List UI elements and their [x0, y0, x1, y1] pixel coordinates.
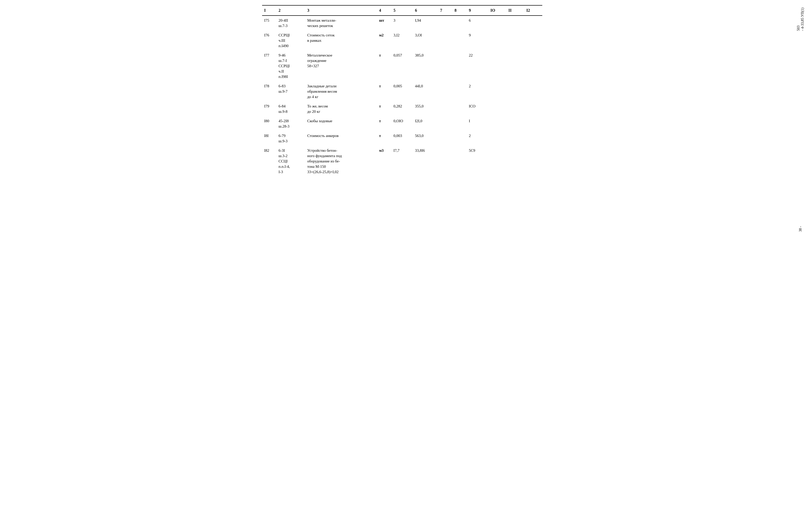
row-2-col-0: I77 [262, 51, 277, 82]
row-5-col-9 [488, 116, 506, 131]
row-2-col-9 [488, 51, 506, 82]
row-4-col-8: ICO [467, 101, 489, 116]
row-2-col-6 [438, 51, 452, 82]
header-col5: 5 [392, 5, 413, 16]
row-0-col-5: I,94 [413, 16, 438, 31]
table-row: I826-3I ш.3-2 ССЦI п.п.I-4, I-3Устройств… [262, 146, 542, 177]
row-5-col-11 [524, 116, 542, 131]
row-5-col-5: I2I,0 [413, 116, 438, 131]
row-0-col-2: Монтаж металли- ческих решеток [305, 16, 377, 31]
row-6-col-2: Стоимость анкеров [305, 131, 377, 146]
row-1-col-8: 9 [467, 31, 489, 51]
row-6-col-3: т [377, 131, 391, 146]
header-col6: 6 [413, 5, 438, 16]
row-2-col-11 [524, 51, 542, 82]
row-2-col-1: 9-46 ш.7-I ССРЦI ч.II п.I98I [277, 51, 305, 82]
row-1-col-3: м2 [377, 31, 391, 51]
row-3-col-9 [488, 82, 506, 101]
row-0-col-9 [488, 16, 506, 31]
row-2-col-4: 0,057 [392, 51, 413, 82]
row-3-col-6 [438, 82, 452, 101]
table-row: I76ССРЦI ч.III п.I490Стоимость сеток в р… [262, 31, 542, 51]
row-4-col-5: 355,0 [413, 101, 438, 116]
row-7-col-7 [452, 146, 467, 177]
row-4-col-1: 6-84 ш.9-8 [277, 101, 305, 116]
row-1-col-4: 3,I2 [392, 31, 413, 51]
row-7-col-2: Устройство бетон- ного фундамента под об… [305, 146, 377, 177]
row-6-col-7 [452, 131, 467, 146]
row-1-col-11 [524, 31, 542, 51]
row-6-col-0: I8I [262, 131, 277, 146]
main-table: I 2 3 4 5 6 7 8 9 IO II I2 I7520-4II ш.7… [262, 5, 542, 177]
row-2-col-10 [506, 51, 524, 82]
row-2-col-8: 22 [467, 51, 489, 82]
row-3-col-0: I78 [262, 82, 277, 101]
row-5-col-1: 45-2I8 ш.28-3 [277, 116, 305, 131]
table-row: I7520-4II ш.7-3Монтаж металли- ческих ре… [262, 16, 542, 31]
row-1-col-5: 3,OI [413, 31, 438, 51]
row-6-col-9 [488, 131, 506, 146]
table-header: I 2 3 4 5 6 7 8 9 IO II I2 [262, 5, 542, 16]
header-col8: 8 [452, 5, 467, 16]
row-7-col-9 [488, 146, 506, 177]
row-5-col-4: 0,OIO [392, 116, 413, 131]
row-7-col-0: I82 [262, 146, 277, 177]
row-4-col-9 [488, 101, 506, 116]
row-1-col-9 [488, 31, 506, 51]
row-4-col-7 [452, 101, 467, 116]
row-0-col-0: I75 [262, 16, 277, 31]
table-row: I8045-2I8 ш.28-3Скобы ходовыет0,OIOI2I,0… [262, 116, 542, 131]
row-4-col-6 [438, 101, 452, 116]
row-2-col-5: 385,0 [413, 51, 438, 82]
row-7-col-5: 33,8I6 [413, 146, 438, 177]
row-6-col-8: 2 [467, 131, 489, 146]
row-3-col-10 [506, 82, 524, 101]
row-3-col-11 [524, 82, 542, 101]
header-col11: II [506, 5, 524, 16]
row-5-col-2: Скобы ходовые [305, 116, 377, 131]
row-1-col-10 [506, 31, 524, 51]
side-annotations: 503 - 4-33,85 УП(1) 38 - [797, 5, 804, 234]
row-1-col-6 [438, 31, 452, 51]
row-6-col-6 [438, 131, 452, 146]
row-7-col-4: I7,7 [392, 146, 413, 177]
row-4-col-10 [506, 101, 524, 116]
table-row: I796-84 ш.9-8То же, весом до 20 кгт0,282… [262, 101, 542, 116]
row-0-col-6 [438, 16, 452, 31]
header-col9: 9 [467, 5, 489, 16]
row-7-col-11 [524, 146, 542, 177]
row-0-col-11 [524, 16, 542, 31]
row-7-col-6 [438, 146, 452, 177]
row-4-col-11 [524, 101, 542, 116]
table-row: I779-46 ш.7-I ССРЦI ч.II п.I98IМеталличе… [262, 51, 542, 82]
row-3-col-3: т [377, 82, 391, 101]
side-label-top: 503 - 4-33,85 УП(1) [796, 8, 805, 31]
header-col1: I [262, 5, 277, 16]
row-6-col-11 [524, 131, 542, 146]
row-3-col-4: 0,005 [392, 82, 413, 101]
header-col10: IO [488, 5, 506, 16]
row-0-col-10 [506, 16, 524, 31]
row-1-col-1: ССРЦI ч.III п.I490 [277, 31, 305, 51]
row-0-col-7 [452, 16, 467, 31]
side-label-bottom: 38 - [799, 226, 803, 232]
row-2-col-2: Металлическое ограждение 58+327 [305, 51, 377, 82]
row-1-col-0: I76 [262, 31, 277, 51]
row-4-col-2: То же, весом до 20 кг [305, 101, 377, 116]
row-0-col-3: шт [377, 16, 391, 31]
row-7-col-8: 5C9 [467, 146, 489, 177]
row-2-col-3: т [377, 51, 391, 82]
row-3-col-1: 6-83 ш.9-7 [277, 82, 305, 101]
row-6-col-5: 563,0 [413, 131, 438, 146]
table-row: I8I6-79 ш.9-3Стоимость анкеровт0,003563,… [262, 131, 542, 146]
header-col3: 3 [305, 5, 377, 16]
row-5-col-7 [452, 116, 467, 131]
row-4-col-3: т [377, 101, 391, 116]
row-5-col-3: т [377, 116, 391, 131]
row-7-col-1: 6-3I ш.3-2 ССЦI п.п.I-4, I-3 [277, 146, 305, 177]
table-row: I786-83 ш.9-7Закладные детали обрамления… [262, 82, 542, 101]
row-4-col-0: I79 [262, 101, 277, 116]
row-1-col-7 [452, 31, 467, 51]
row-5-col-6 [438, 116, 452, 131]
header-col7: 7 [438, 5, 452, 16]
